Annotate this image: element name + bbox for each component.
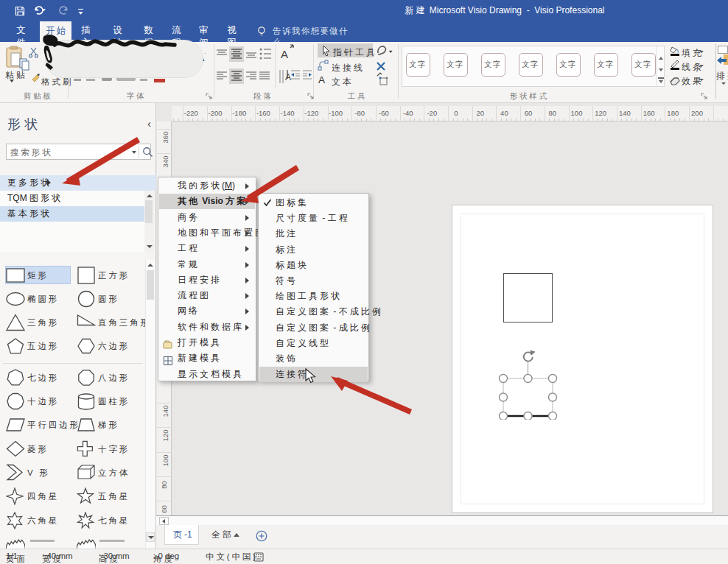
svg-text:A: A [281,48,288,60]
svg-text:A: A [285,72,291,82]
